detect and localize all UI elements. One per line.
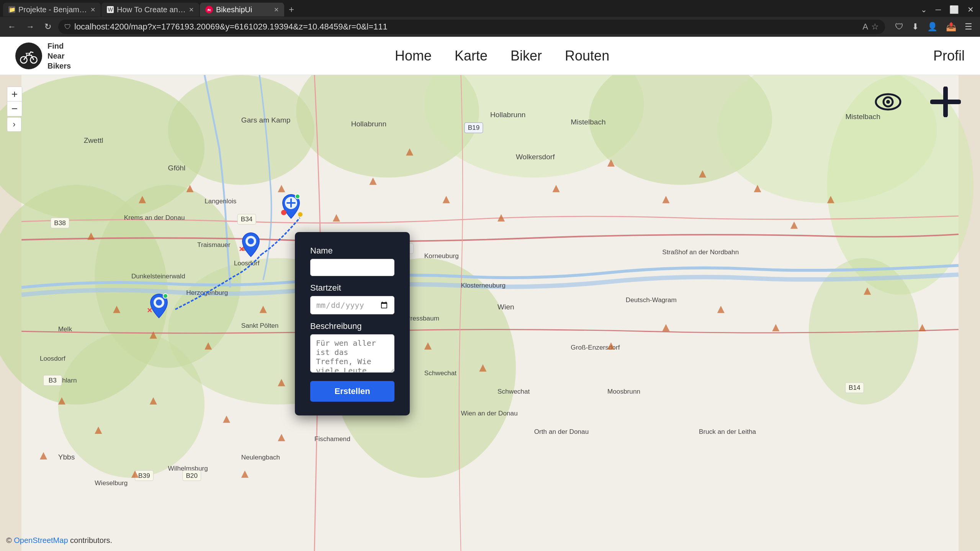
- security-icon: 🛡: [64, 23, 71, 31]
- close-window-button[interactable]: ✕: [964, 4, 977, 15]
- name-label: Name: [310, 246, 394, 256]
- tab-close-3[interactable]: ✕: [274, 6, 279, 13]
- svg-text:Ybbs: Ybbs: [58, 453, 75, 461]
- map-add-button[interactable]: [926, 83, 965, 121]
- svg-text:Klosterneuburg: Klosterneuburg: [461, 281, 506, 289]
- svg-text:Schwechat: Schwechat: [497, 387, 530, 395]
- beschreibung-field-group: Beschreibung: [310, 321, 394, 373]
- svg-text:Deutsch-Wagram: Deutsch-Wagram: [626, 296, 677, 304]
- brand-line3: Bikers: [47, 61, 71, 71]
- address-bar-row: ← → ↻ 🛡 localhost:4200/map?x=1776193.200…: [0, 17, 980, 37]
- svg-text:Orth an der Donau: Orth an der Donau: [534, 428, 589, 435]
- svg-text:Mistelbach: Mistelbach: [571, 118, 605, 126]
- eye-icon: [875, 92, 901, 111]
- tab-title-2: How To Create an Image Galler: [117, 5, 186, 14]
- pin-green-dot-2: [163, 293, 168, 299]
- browser-chrome: 📁 Projekte - Benjamin Mannas ✕ W How To …: [0, 0, 980, 37]
- nav-karte[interactable]: Karte: [455, 48, 488, 64]
- menu-button[interactable]: ☰: [962, 20, 975, 33]
- bookmark-icon[interactable]: ☆: [871, 22, 879, 32]
- dropdown-icon[interactable]: ⌄: [918, 4, 930, 15]
- map-zoom-controls: + −: [7, 87, 22, 116]
- svg-point-114: [886, 100, 890, 104]
- svg-point-121: [248, 238, 254, 244]
- map-pin-1[interactable]: [281, 193, 301, 221]
- brand-line2: Near: [47, 51, 71, 61]
- motorcycle-icon: [19, 46, 39, 66]
- translate-icon[interactable]: A: [862, 22, 868, 32]
- map-side-arrow-button[interactable]: ›: [7, 117, 21, 132]
- svg-text:B39: B39: [138, 472, 150, 479]
- new-tab-button[interactable]: +: [285, 3, 298, 16]
- maximize-button[interactable]: ⬜: [946, 4, 962, 15]
- tab-projekte[interactable]: 📁 Projekte - Benjamin Mannas ✕: [3, 3, 101, 16]
- svg-text:Sankt Pölten: Sankt Pölten: [241, 322, 279, 329]
- brand: Find Near Bikers: [15, 41, 71, 71]
- name-field-group: Name: [310, 246, 394, 276]
- svg-text:B34: B34: [241, 215, 253, 223]
- create-meeting-form: Name Startzeit Beschreibung Erstellen: [295, 232, 410, 415]
- tab-close-2[interactable]: ✕: [189, 6, 194, 13]
- download-button[interactable]: ⬇: [909, 20, 922, 33]
- map-pin-3[interactable]: ✕: [149, 293, 169, 320]
- refresh-button[interactable]: ↻: [41, 20, 54, 33]
- svg-text:Neulengbach: Neulengbach: [241, 453, 280, 461]
- tab-favicon-2: W: [107, 6, 114, 13]
- svg-text:Korneuburg: Korneuburg: [424, 252, 459, 260]
- startzeit-label: Startzeit: [310, 283, 394, 293]
- svg-text:Dunkelsteinerwald: Dunkelsteinerwald: [131, 272, 185, 280]
- brand-logo: [15, 43, 42, 69]
- name-input[interactable]: [310, 259, 394, 276]
- svg-text:Bruck an der Leitha: Bruck an der Leitha: [699, 428, 756, 435]
- address-bar[interactable]: 🛡 localhost:4200/map?x=1776193.20069&y=6…: [58, 20, 885, 34]
- beschreibung-input[interactable]: [310, 334, 394, 373]
- svg-text:Loosdorf: Loosdorf: [40, 355, 65, 362]
- pin-red-dot: [281, 210, 286, 215]
- svg-text:Gföhl: Gföhl: [168, 164, 186, 172]
- svg-point-4: [168, 75, 314, 185]
- tab-favicon-1: 📁: [8, 6, 15, 13]
- nav-home[interactable]: Home: [395, 48, 432, 64]
- svg-text:Straßhof an der Nordbahn: Straßhof an der Nordbahn: [662, 249, 739, 256]
- share-button[interactable]: 📤: [943, 20, 959, 33]
- tab-bikeshipui[interactable]: 🏍 BikeshipUi ✕: [200, 3, 284, 16]
- svg-text:Melk: Melk: [58, 325, 72, 333]
- tab-title-1: Projekte - Benjamin Mannas: [18, 5, 87, 14]
- svg-point-123: [156, 299, 162, 306]
- minimize-button[interactable]: ─: [933, 5, 944, 15]
- zoom-out-button[interactable]: −: [7, 101, 22, 116]
- brand-text: Find Near Bikers: [47, 41, 71, 71]
- map-visibility-button[interactable]: [873, 87, 903, 117]
- erstellen-button[interactable]: Erstellen: [310, 381, 394, 402]
- tab-bar: 📁 Projekte - Benjamin Mannas ✕ W How To …: [0, 0, 980, 17]
- nav-routen[interactable]: Routen: [565, 48, 609, 64]
- address-bar-actions: A ☆: [862, 22, 879, 32]
- svg-text:Langenlois: Langenlois: [205, 197, 236, 205]
- nav-biker[interactable]: Biker: [510, 48, 542, 64]
- tab-title-3: BikeshipUi: [216, 5, 252, 14]
- tab-close-1[interactable]: ✕: [90, 6, 95, 13]
- shields-button[interactable]: 🛡: [892, 20, 906, 33]
- svg-text:Zwettl: Zwettl: [84, 136, 103, 144]
- svg-text:Fischamend: Fischamend: [314, 435, 350, 443]
- tab-favicon-3: 🏍: [205, 6, 213, 13]
- tab-image-gallery[interactable]: W How To Create an Image Galler ✕: [101, 3, 199, 16]
- startzeit-field-group: Startzeit: [310, 283, 394, 314]
- profile-button[interactable]: 👤: [924, 20, 941, 33]
- window-controls: ⌄ ─ ⬜ ✕: [918, 4, 977, 15]
- svg-text:Gars am Kamp: Gars am Kamp: [241, 116, 291, 124]
- svg-text:Moosbrunn: Moosbrunn: [607, 387, 640, 395]
- attribution-link[interactable]: OpenStreetMap: [14, 536, 68, 544]
- pin-x-marker-2: ✕: [147, 306, 152, 315]
- svg-text:B20: B20: [186, 472, 198, 479]
- pin-yellow-dot: [298, 212, 303, 217]
- zoom-in-button[interactable]: +: [7, 87, 22, 101]
- navbar-nav: Home Karte Biker Routen: [395, 48, 609, 64]
- navbar-profile[interactable]: Profil: [933, 48, 965, 64]
- back-button[interactable]: ←: [5, 20, 19, 33]
- svg-text:Wolkersdorf: Wolkersdorf: [516, 153, 555, 161]
- svg-text:Hollabrunn: Hollabrunn: [490, 111, 525, 119]
- startzeit-input[interactable]: [310, 296, 394, 314]
- forward-button[interactable]: →: [23, 20, 38, 33]
- map-pin-2[interactable]: ✕: [241, 231, 261, 259]
